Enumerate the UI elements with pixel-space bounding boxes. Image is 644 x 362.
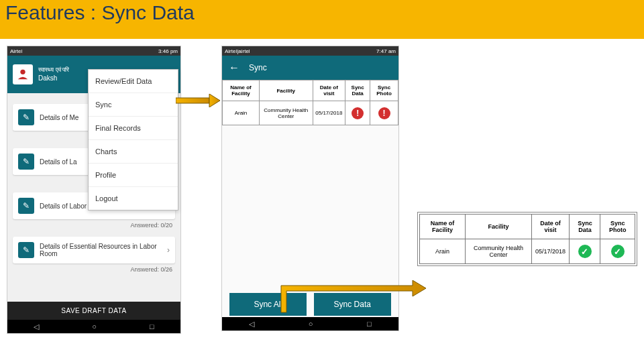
result-table: Name of Facility Facility Date of visit … (419, 214, 635, 264)
header-text: स्वास्थ्य एवं परि Daksh (38, 66, 69, 83)
th-name: Name of Facility (223, 80, 260, 101)
table-row: Arain Community Health Center 05/17/2018… (223, 101, 398, 125)
svg-marker-2 (209, 94, 220, 107)
recent-key[interactable]: □ (367, 320, 372, 328)
clipboard-icon: ✎ (18, 198, 34, 214)
title-bar: Features : Sync Data (0, 0, 644, 39)
menu-item-final[interactable]: Final Records (89, 117, 178, 140)
soft-keys: ◁ ○ □ (222, 317, 398, 330)
th-name: Name of Facility (420, 215, 466, 239)
back-key[interactable]: ◁ (249, 320, 254, 328)
alert-icon: ! (352, 107, 364, 119)
list-label: Details of Essential Resources in Labor … (40, 243, 167, 257)
th-date: Date of visit (531, 215, 570, 239)
status-bar: Airtel 3:46 pm (7, 46, 180, 56)
status-left: Airtel|airtel (225, 48, 250, 54)
cell-date: 05/17/2018 (313, 101, 345, 125)
svg-point-0 (20, 70, 25, 74)
check-icon: ✓ (611, 245, 625, 258)
cell-name: Arain (420, 239, 466, 264)
result-panel: Name of Facility Facility Date of visit … (417, 212, 637, 266)
header-line1: स्वास्थ्य एवं परि (38, 66, 69, 74)
th-syncphoto: Sync Photo (600, 215, 635, 239)
cell-syncdata[interactable]: ! (345, 101, 370, 125)
back-arrow-icon[interactable]: ← (229, 62, 239, 74)
soft-keys: ◁ ○ □ (7, 320, 180, 333)
arrow-icon (278, 280, 426, 315)
arrow-icon (176, 94, 220, 107)
clipboard-icon: ✎ (18, 154, 34, 170)
menu-item-logout[interactable]: Logout (89, 187, 178, 210)
answered-count: Answered: 0/20 (7, 222, 180, 231)
th-date: Date of visit (313, 80, 345, 101)
th-syncdata: Sync Data (345, 80, 370, 101)
home-key[interactable]: ○ (309, 320, 313, 328)
cell-syncphoto[interactable]: ! (370, 101, 398, 125)
cell-syncdata: ✓ (570, 239, 600, 264)
chevron-right-icon: › (167, 245, 170, 255)
svg-rect-1 (176, 98, 209, 103)
page-title: Features : Sync Data (5, 1, 195, 24)
th-syncdata: Sync Data (570, 215, 600, 239)
sync-title: Sync (249, 63, 267, 72)
clipboard-icon: ✎ (18, 109, 34, 125)
list-item[interactable]: ✎ Details of Essential Resources in Labo… (13, 237, 175, 263)
check-icon: ✓ (578, 245, 592, 258)
th-facility: Facility (466, 215, 532, 239)
overflow-menu: Review/Edit Data Sync Final Records Char… (88, 69, 178, 210)
th-facility: Facility (259, 80, 313, 101)
cell-facility: Community Health Center (466, 239, 532, 264)
menu-item-sync[interactable]: Sync (89, 93, 178, 117)
cell-syncphoto: ✓ (600, 239, 635, 264)
alert-icon: ! (378, 107, 390, 119)
cell-facility: Community Health Center (259, 101, 313, 125)
cell-name: Arain (223, 101, 260, 125)
app-logo (13, 64, 33, 84)
menu-item-review[interactable]: Review/Edit Data (89, 70, 178, 93)
status-bar: Airtel|airtel 7:47 am (222, 46, 398, 56)
answered-count: Answered: 0/26 (7, 266, 180, 276)
menu-item-profile[interactable]: Profile (89, 164, 178, 187)
header-line2: Daksh (38, 74, 69, 82)
back-key[interactable]: ◁ (34, 322, 39, 331)
recent-key[interactable]: □ (150, 322, 154, 330)
status-left: Airtel (10, 48, 22, 54)
phone-screenshot-1: Airtel 3:46 pm स्वास्थ्य एवं परि Daksh ✎… (7, 46, 181, 334)
status-right: 7:47 am (376, 48, 396, 54)
table-header-row: Name of Facility Facility Date of visit … (420, 215, 635, 239)
sync-header: ← Sync (222, 56, 398, 80)
cell-date: 05/17/2018 (531, 239, 570, 264)
home-key[interactable]: ○ (92, 322, 97, 330)
status-right: 3:46 pm (158, 48, 178, 54)
menu-item-charts[interactable]: Charts (89, 140, 178, 164)
table-row: Arain Community Health Center 05/17/2018… (420, 239, 635, 264)
save-draft-button[interactable]: SAVE DRAFT DATA (7, 302, 180, 320)
sync-table: Name of Facility Facility Date of visit … (222, 80, 398, 125)
clipboard-icon: ✎ (18, 242, 34, 258)
th-syncphoto: Sync Photo (370, 80, 398, 101)
table-header-row: Name of Facility Facility Date of visit … (223, 80, 398, 101)
